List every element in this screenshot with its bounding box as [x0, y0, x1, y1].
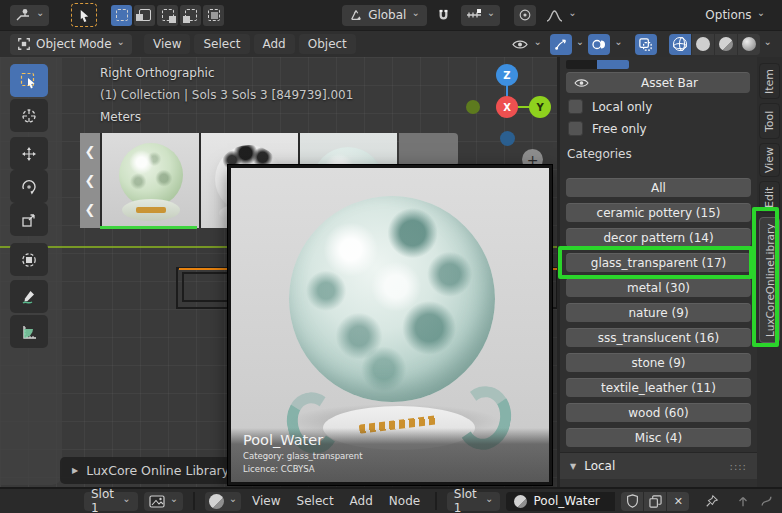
category-all-button[interactable]: All	[566, 178, 751, 197]
fake-user-shield-button[interactable]	[621, 492, 643, 511]
filter-local-only[interactable]: Local only	[568, 99, 652, 114]
tool-select-box[interactable]	[10, 64, 48, 97]
snap-toggle-button[interactable]	[433, 5, 455, 26]
local-section-header[interactable]: ▼ Local ::::	[560, 452, 757, 479]
asset-preview-popup: Pool_Water Category: glass_transparent L…	[227, 164, 553, 486]
select-mode-box-button[interactable]	[111, 5, 132, 26]
menu-view[interactable]: View	[144, 34, 190, 54]
go-to-parent-node-button[interactable]	[734, 491, 752, 512]
tool-move[interactable]	[10, 137, 48, 170]
tab-view[interactable]: View	[759, 143, 780, 177]
xray-icon	[638, 37, 653, 52]
chevron-down-icon[interactable]: ⌄	[576, 38, 584, 46]
gizmo-arrow-icon	[554, 37, 568, 51]
menu-select[interactable]: Select	[194, 34, 249, 54]
magnet-icon	[436, 8, 451, 23]
checkbox-free-only[interactable]	[568, 121, 583, 136]
transform-orientation-dropdown[interactable]: Global ⌄	[342, 5, 427, 26]
tab-item[interactable]: Item	[759, 63, 780, 99]
category-wood-button[interactable]: wood (60)	[566, 403, 751, 422]
category-ceramic-pottery-button[interactable]: ceramic pottery (15)	[566, 203, 751, 222]
category-stone-button[interactable]: stone (9)	[566, 353, 751, 372]
tool-rotate[interactable]	[10, 170, 48, 203]
asset-bar-scroll-left[interactable]: ❮ ❮ ❮	[80, 133, 100, 228]
pin-button[interactable]	[703, 491, 721, 512]
select-mode-intersect-button[interactable]	[203, 5, 224, 26]
category-nature-button[interactable]: nature (9)	[566, 303, 751, 322]
chevron-down-icon[interactable]: ⌄	[614, 38, 622, 46]
falloff-dropdown[interactable]: ⌄	[542, 5, 580, 26]
proportional-editing-button[interactable]	[514, 5, 536, 26]
gizmo-axis-y[interactable]: Y	[529, 96, 551, 118]
select-mode-invert-button[interactable]	[180, 5, 201, 26]
filter-free-only[interactable]: Free only	[568, 121, 647, 136]
slider-fill	[597, 60, 629, 69]
tool-scale[interactable]	[10, 203, 48, 236]
view-name-label: Right Orthographic	[100, 66, 215, 80]
eye-icon	[574, 77, 589, 89]
show-gizmo-toggle[interactable]	[550, 34, 572, 55]
drag-grip-icon[interactable]: ::::	[730, 461, 747, 472]
category-misc-button[interactable]: Misc (4)	[566, 428, 751, 447]
chevron-down-icon[interactable]: ⌄	[764, 38, 772, 46]
select-mode-subtract-button[interactable]	[157, 5, 178, 26]
category-sss-translucent-button[interactable]: sss_translucent (16)	[566, 328, 751, 347]
image-slot-dropdown[interactable]: Slot 1 ⌄	[84, 492, 138, 511]
unlink-material-button[interactable]: ✕	[667, 492, 689, 511]
shading-solid-button[interactable]	[692, 34, 714, 55]
snap-increment-icon	[466, 9, 482, 21]
editor-type-button[interactable]: ⌄	[10, 5, 49, 26]
luxcore-panel-collapsed-header[interactable]: ▶ LuxCore Online Library A	[60, 457, 254, 484]
menu-add[interactable]: Add	[254, 34, 295, 54]
shading-wireframe-button[interactable]	[669, 34, 691, 55]
tool-cursor[interactable]	[10, 99, 48, 132]
asset-bar-end-cap	[399, 133, 458, 166]
gizmo-axis-y-negative[interactable]	[466, 100, 480, 114]
mode-dropdown[interactable]: Object Mode ⌄	[10, 34, 132, 55]
asset-bar-toggle-button[interactable]: Asset Bar	[566, 72, 750, 93]
options-dropdown[interactable]: Options ⌄	[698, 5, 772, 26]
tool-transform[interactable]	[10, 243, 48, 276]
gizmo-axis-z-negative[interactable]	[500, 131, 515, 146]
falloff-curve-icon	[546, 8, 563, 23]
shader-type-dropdown[interactable]: ⌄	[205, 492, 241, 511]
image-datablock-dropdown[interactable]: ⌄	[144, 492, 183, 511]
xray-toggle[interactable]	[635, 34, 657, 55]
active-tool-button[interactable]	[71, 3, 97, 27]
shading-rendered-button[interactable]	[738, 34, 760, 55]
material-slot-dropdown[interactable]: Slot 1 ⌄	[447, 492, 501, 511]
chevron-down-icon: ⌄	[485, 495, 493, 503]
node-menu-add[interactable]: Add	[345, 492, 378, 511]
snap-target-dropdown[interactable]: ⌄	[461, 5, 500, 26]
chevron-down-icon: ⌄	[117, 38, 125, 46]
partial-slider[interactable]	[566, 60, 629, 69]
node-menu-view[interactable]: View	[247, 492, 285, 511]
select-mode-extend-button[interactable]	[134, 5, 155, 26]
tool-measure[interactable]	[10, 315, 48, 348]
material-name-field[interactable]: Pool_Water	[506, 492, 615, 511]
asset-thumbnail-glass-green-selected[interactable]	[102, 133, 199, 228]
tool-annotate[interactable]	[10, 280, 48, 313]
checkbox-local-only[interactable]	[568, 99, 583, 114]
close-icon: ✕	[674, 495, 683, 508]
tab-tool[interactable]: Tool	[759, 103, 780, 139]
shading-material-button[interactable]	[715, 34, 737, 55]
category-metal-button[interactable]: metal (30)	[566, 278, 751, 297]
show-overlays-toggle[interactable]	[588, 34, 610, 55]
viewport-3d[interactable]: Right Orthographic (1) Collection | Sols…	[0, 57, 557, 487]
snap-nodes-curve-button[interactable]	[758, 491, 776, 512]
visibility-filter-dropdown[interactable]: ⌄	[508, 34, 545, 55]
chevron-down-icon: ⌄	[229, 495, 237, 503]
category-textile-leather-button[interactable]: textile_leather (11)	[566, 378, 751, 397]
chevron-down-icon: ⌄	[411, 9, 419, 17]
solid-sphere-icon	[696, 37, 710, 51]
node-menu-select[interactable]: Select	[292, 492, 339, 511]
menu-object[interactable]: Object	[299, 34, 356, 54]
duplicate-material-button[interactable]	[644, 492, 666, 511]
preview-title: Pool_Water	[243, 432, 537, 448]
node-menu-node[interactable]: Node	[384, 492, 425, 511]
category-decor-pattern-button[interactable]: decor pattern (14)	[566, 228, 751, 247]
gizmo-axis-z[interactable]: Z	[496, 64, 518, 86]
gizmo-axis-x[interactable]: X	[496, 96, 518, 118]
editor-divider	[193, 492, 195, 510]
